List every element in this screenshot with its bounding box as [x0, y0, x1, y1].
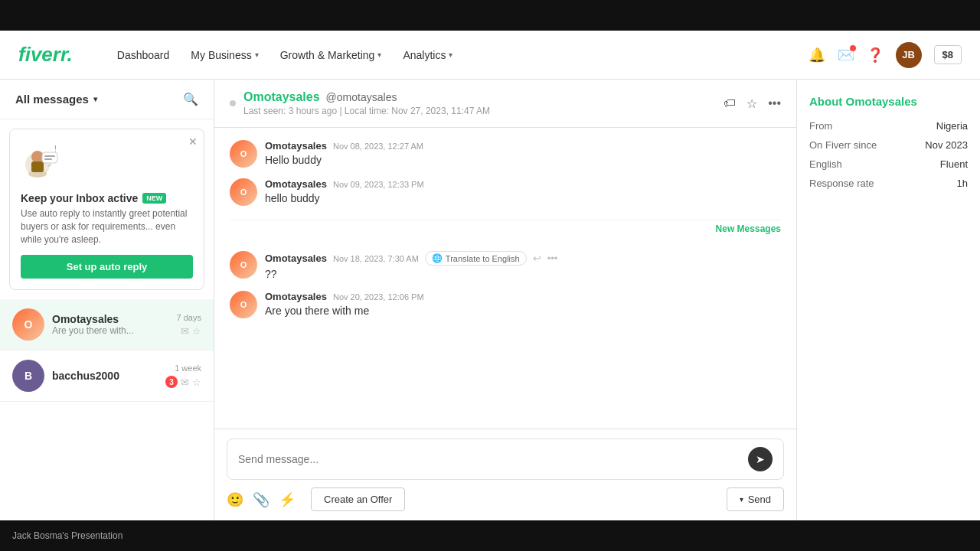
nav-analytics[interactable]: Analytics ▾ — [395, 44, 460, 66]
chevron-down-icon: ▾ — [740, 495, 743, 504]
message-icon[interactable]: ✉ — [181, 377, 189, 388]
filter-label: All messages — [15, 93, 89, 106]
message-icon[interactable]: ✉ — [181, 325, 189, 337]
chevron-down-icon: ▾ — [255, 51, 259, 59]
chat-username[interactable]: Omotaysales — [243, 90, 320, 104]
nav-analytics-label: Analytics — [403, 49, 446, 61]
about-subject-name[interactable]: Omotaysales — [846, 95, 917, 108]
message-meta: Omotaysales Nov 18, 2023, 7:30 AM 🌐 Tran… — [265, 251, 781, 266]
emoji-icon[interactable]: 🙂 — [227, 491, 243, 508]
message-sender: Omotaysales — [265, 178, 327, 190]
chevron-down-icon: ▾ — [93, 95, 97, 103]
top-bar — [0, 0, 980, 31]
nav-growth-marketing[interactable]: Growth & Marketing ▾ — [273, 44, 390, 66]
messages-filter[interactable]: All messages ▾ — [15, 93, 97, 106]
avatar: B — [12, 360, 44, 392]
message-input[interactable] — [238, 453, 748, 465]
sidebar-header: All messages ▾ 🔍 — [0, 80, 214, 119]
star-icon[interactable]: ☆ — [192, 377, 201, 388]
avatar: O — [230, 251, 257, 279]
lightning-icon[interactable]: ⚡ — [279, 491, 296, 508]
reply-icon[interactable]: ↩ — [533, 253, 541, 264]
about-label: About — [809, 95, 842, 108]
star-icon[interactable]: ☆ — [746, 96, 757, 111]
chevron-down-icon: ▾ — [449, 51, 452, 59]
conv-meta: 7 days ✉ ☆ — [177, 313, 201, 337]
set-up-auto-reply-button[interactable]: Set up auto reply — [21, 255, 193, 279]
help-icon[interactable]: ❓ — [867, 47, 884, 64]
avatar: O — [230, 178, 257, 206]
tag-icon[interactable]: 🏷 — [724, 96, 736, 110]
main-content: All messages ▾ 🔍 ✕ — [0, 80, 980, 520]
conv-actions: ✉ ☆ — [181, 325, 201, 337]
presentation-label: Jack Bosma's Presentation — [12, 530, 122, 541]
conversation-item-omotaysales[interactable]: O Omotaysales Are you there with... 7 da… — [0, 299, 214, 350]
unread-badge: 3 — [165, 376, 178, 388]
nav-my-business-label: My Business — [191, 49, 251, 61]
search-icon[interactable]: 🔍 — [183, 92, 198, 106]
message-sender: Omotaysales — [265, 140, 327, 152]
chat-last-seen: Last seen: 3 hours ago | Local time: Nov… — [243, 106, 490, 116]
chat-handle: @omotaysales — [326, 91, 397, 103]
create-offer-button[interactable]: Create an Offer — [311, 487, 405, 511]
nav-growth-marketing-label: Growth & Marketing — [280, 49, 375, 61]
message-time: Nov 09, 2023, 12:33 PM — [333, 180, 424, 189]
chat-user-info: Omotaysales @omotaysales Last seen: 3 ho… — [230, 90, 490, 116]
message-item: O Omotaysales Nov 20, 2023, 12:06 PM Are… — [230, 291, 781, 318]
svg-rect-4 — [42, 152, 57, 163]
attachment-icon[interactable]: 📎 — [253, 491, 270, 508]
message-item: O Omotaysales Nov 08, 2023, 12:27 AM Hel… — [230, 140, 781, 168]
message-meta: Omotaysales Nov 08, 2023, 12:27 AM — [265, 140, 781, 152]
balance-button[interactable]: $8 — [934, 45, 962, 64]
nav-dashboard[interactable]: Dashboard — [109, 44, 178, 66]
chat-header: Omotaysales @omotaysales Last seen: 3 ho… — [214, 80, 796, 128]
more-options-icon[interactable]: ••• — [547, 253, 558, 264]
svg-text:!: ! — [54, 145, 57, 153]
message-text: Are you there with me — [265, 305, 781, 317]
new-badge: NEW — [142, 193, 166, 204]
message-meta: Omotaysales Nov 20, 2023, 12:06 PM — [265, 291, 781, 302]
chevron-down-icon: ▾ — [377, 51, 381, 59]
conv-info: bacchus2000 — [52, 370, 158, 382]
new-messages-divider: New Messages — [230, 220, 781, 237]
messages-icon[interactable]: ✉️ — [838, 47, 854, 64]
message-meta: Omotaysales Nov 09, 2023, 12:33 PM — [265, 178, 781, 190]
about-row-since: On Fiverr since Nov 2023 — [809, 139, 968, 151]
send-button[interactable]: ▾ Send — [727, 487, 784, 511]
chat-user-details: Omotaysales @omotaysales Last seen: 3 ho… — [243, 90, 490, 116]
nav-dashboard-label: Dashboard — [117, 49, 170, 61]
navbar: fiverr. Dashboard My Business ▾ Growth &… — [0, 31, 980, 80]
message-toolbar: 🙂 📎 ⚡ Create an Offer ▾ Send — [227, 487, 784, 511]
message-time: Nov 20, 2023, 12:06 PM — [333, 292, 424, 302]
more-options-icon[interactable]: ••• — [768, 96, 781, 110]
about-response-value: 1h — [957, 178, 968, 189]
close-icon[interactable]: ✕ — [188, 135, 198, 148]
svg-rect-5 — [44, 155, 55, 157]
svg-rect-3 — [31, 161, 44, 172]
notification-bell-icon[interactable]: 🔔 — [808, 47, 825, 64]
svg-rect-6 — [44, 158, 52, 160]
message-content: Omotaysales Nov 08, 2023, 12:27 AM Hello… — [265, 140, 781, 166]
conversation-list: O Omotaysales Are you there with... 7 da… — [0, 299, 214, 520]
conv-name: Omotaysales — [52, 313, 169, 325]
nav-links: Dashboard My Business ▾ Growth & Marketi… — [109, 44, 784, 66]
message-input-area: ➤ 🙂 📎 ⚡ Create an Offer ▾ Send — [214, 429, 796, 520]
conversation-item-bacchus2000[interactable]: B bacchus2000 1 week 3 ✉ ☆ — [0, 350, 214, 402]
avatar[interactable]: JB — [896, 42, 922, 68]
star-icon[interactable]: ☆ — [192, 325, 201, 337]
promo-illustration: ! — [21, 140, 67, 186]
send-circle-button[interactable]: ➤ — [748, 447, 773, 471]
message-item: O Omotaysales Nov 18, 2023, 7:30 AM 🌐 Tr… — [230, 251, 781, 280]
message-text: hello buddy — [265, 192, 781, 204]
notification-dot — [850, 45, 856, 51]
about-panel: About Omotaysales From Nigeria On Fiverr… — [796, 80, 980, 520]
translate-button[interactable]: 🌐 Translate to English — [425, 251, 527, 266]
send-icon: ➤ — [756, 453, 765, 465]
send-label: Send — [748, 494, 771, 505]
fiverr-logo[interactable]: fiverr. — [18, 43, 73, 67]
message-sender: Omotaysales — [265, 253, 327, 264]
messages-container: O Omotaysales Nov 08, 2023, 12:27 AM Hel… — [214, 128, 796, 429]
nav-my-business[interactable]: My Business ▾ — [183, 44, 266, 66]
about-since-label: On Fiverr since — [809, 139, 877, 151]
about-response-label: Response rate — [809, 178, 874, 189]
